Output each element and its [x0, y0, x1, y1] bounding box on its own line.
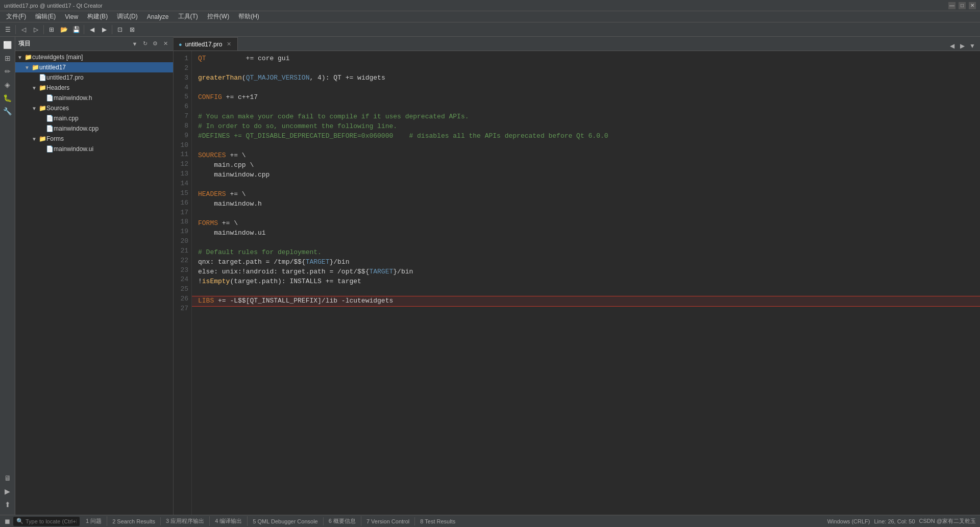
status-tab-problems[interactable]: 1 问题 [81, 516, 107, 526]
h-file-icon-4: 📄 [46, 94, 54, 102]
sidebar-monitor-icon[interactable]: 🖥 [2, 472, 14, 484]
code-line-2 [198, 64, 974, 73]
project-header: 项目 ▼ ↻ ⚙ ✕ [15, 37, 173, 51]
status-tab-compile[interactable]: 4 编译输出 [210, 516, 248, 526]
tab-nav-next-button[interactable]: ▶ [958, 41, 967, 51]
code-editor: 1234567891011121314151617181920212223242… [174, 51, 980, 515]
line-number-16: 16 [174, 198, 188, 208]
line-number-4: 4 [174, 83, 188, 93]
toolbar-back-button[interactable]: ◁ [18, 24, 29, 35]
sidebar-projects-icon[interactable]: ⬜ [2, 39, 14, 51]
tab-bar: ● untitled17.pro ✕ ◀ ▶ ▼ [174, 37, 980, 51]
code-content[interactable]: QT += core guigreaterThan(QT_MAJOR_VERSI… [192, 51, 980, 515]
tree-item-9[interactable]: 📄 mainwindow.ui [15, 144, 173, 154]
menu-item-analyze[interactable]: Analyze [143, 12, 173, 21]
line-number-3: 3 [174, 73, 188, 83]
toolbar-new-button[interactable]: ⊞ [46, 24, 57, 35]
status-tab-search[interactable]: 2 Search Results [107, 517, 161, 525]
sidebar-build-icon[interactable]: 🔧 [2, 105, 14, 117]
menu-item-d[interactable]: 调试(D) [113, 11, 142, 22]
project-panel: 项目 ▼ ↻ ⚙ ✕ ▼📁 cutewidgets [main]▼📁 untit… [15, 37, 174, 515]
left-sidebar: ⬜ ⊞ ✏ ◈ 🐛 🔧 🖥 ▶ ⬆ [0, 37, 15, 515]
toolbar-grid-button[interactable]: ⊡ [114, 24, 126, 35]
tree-label-4: mainwindow.h [54, 94, 92, 102]
status-tab-qmldbg[interactable]: 5 QML Debugger Console [248, 517, 323, 525]
menu-item-view[interactable]: View [61, 12, 82, 21]
sidebar-design-icon[interactable]: ◈ [2, 79, 14, 91]
project-close-button[interactable]: ✕ [161, 39, 170, 48]
sidebar-debug-icon[interactable]: 🐛 [2, 92, 14, 104]
locate-input[interactable] [26, 518, 77, 524]
menu-bar: 文件(F)编辑(E)View构建(B)调试(D)Analyze工具(T)控件(W… [0, 11, 980, 22]
line-number-8: 8 [174, 121, 188, 131]
folder-icon-5: 📁 [39, 105, 46, 112]
tree-item-2[interactable]: 📄 untitled17.pro [15, 72, 173, 83]
project-filter-button[interactable]: ▼ [130, 39, 139, 48]
status-tab-appout[interactable]: 3 应用程序输出 [161, 516, 210, 526]
tree-item-8[interactable]: ▼📁 Forms [15, 134, 173, 144]
toolbar-nav-prev-button[interactable]: ◀ [86, 24, 97, 35]
status-tab-version[interactable]: 7 Version Control [361, 517, 415, 525]
toolbar-sep-3 [84, 25, 84, 34]
tab-nav: ◀ ▶ ▼ [947, 41, 980, 51]
menu-item-e[interactable]: 编辑(E) [31, 11, 60, 22]
code-line-13: mainwindow.cpp [198, 170, 974, 180]
status-tab-test[interactable]: 8 Test Results [415, 517, 460, 525]
menu-item-b[interactable]: 构建(B) [83, 11, 112, 22]
toolbar-open-button[interactable]: 📂 [58, 24, 69, 35]
status-tab-summary[interactable]: 6 概要信息 [324, 516, 361, 526]
toolbar-nav-next-button[interactable]: ▶ [99, 24, 110, 35]
tree-arrow-8: ▼ [32, 136, 39, 142]
line-number-7: 7 [174, 112, 188, 121]
folder-icon-8: 📁 [39, 135, 46, 142]
tree-item-0[interactable]: ▼📁 cutewidgets [main] [15, 52, 173, 62]
line-number-9: 9 [174, 131, 188, 141]
status-build-button[interactable]: ◼ [2, 516, 12, 526]
line-number-27: 27 [174, 304, 188, 314]
status-line-col: Line: 26, Col: 50 [874, 518, 915, 524]
toolbar: ☰ ◁ ▷ ⊞ 📂 💾 ◀ ▶ ⊡ ⊠ [0, 22, 980, 37]
project-sync-button[interactable]: ↻ [140, 39, 150, 48]
code-line-25 [198, 287, 974, 296]
menu-item-t[interactable]: 工具(T) [174, 11, 202, 22]
editor-tab-active[interactable]: ● untitled17.pro ✕ [174, 37, 238, 51]
tree-item-7[interactable]: 📄 mainwindow.cpp [15, 123, 173, 134]
menu-item-f[interactable]: 文件(F) [2, 11, 30, 22]
minimize-button[interactable]: — [948, 2, 955, 9]
tab-nav-menu-button[interactable]: ▼ [968, 41, 977, 51]
line-number-15: 15 [174, 189, 188, 198]
maximize-button[interactable]: □ [959, 2, 966, 9]
tree-item-5[interactable]: ▼📁 Sources [15, 103, 173, 113]
toolbar-split-button[interactable]: ⊠ [127, 24, 138, 35]
tab-nav-prev-button[interactable]: ◀ [947, 41, 957, 51]
tree-label-0: cutewidgets [main] [32, 54, 83, 61]
tree-item-4[interactable]: 📄 mainwindow.h [15, 93, 173, 103]
line-numbers: 1234567891011121314151617181920212223242… [174, 51, 192, 515]
menu-item-w[interactable]: 控件(W) [203, 11, 233, 22]
close-button[interactable]: ✕ [969, 2, 976, 9]
tab-label: untitled17.pro [185, 41, 223, 48]
toolbar-forward-button[interactable]: ▷ [30, 24, 41, 35]
tree-item-6[interactable]: 📄 main.cpp [15, 113, 173, 123]
sidebar-edit-icon[interactable]: ✏ [2, 65, 14, 78]
pro-file-icon-2: 📄 [39, 74, 46, 81]
sidebar-deploy-icon[interactable]: ⬆ [2, 498, 14, 511]
code-line-23: else: unix:!android: target.path = /opt/… [198, 267, 974, 277]
tab-close-button[interactable]: ✕ [225, 41, 232, 48]
tree-item-1[interactable]: ▼📁 untitled17 [15, 62, 173, 72]
code-line-8: # In order to do so, uncomment the follo… [198, 122, 974, 132]
toolbar-menu-button[interactable]: ☰ [2, 24, 13, 35]
menu-item-h[interactable]: 帮助(H) [234, 11, 263, 22]
tree-arrow-0: ▼ [17, 55, 24, 60]
tree-item-3[interactable]: ▼📁 Headers [15, 83, 173, 93]
project-settings-button[interactable]: ⚙ [151, 39, 160, 48]
toolbar-save-button[interactable]: 💾 [70, 24, 82, 35]
sidebar-run-icon[interactable]: ▶ [2, 485, 14, 497]
code-line-11: SOURCES += \ [198, 151, 974, 161]
status-right-text: CSDN @家有二叉乾玉 [919, 517, 976, 525]
sidebar-welcome-icon[interactable]: ⊞ [2, 52, 14, 64]
tree-label-5: Sources [46, 105, 69, 112]
line-number-2: 2 [174, 64, 188, 73]
folder-icon-3: 📁 [39, 84, 46, 91]
code-line-27 [198, 306, 974, 316]
